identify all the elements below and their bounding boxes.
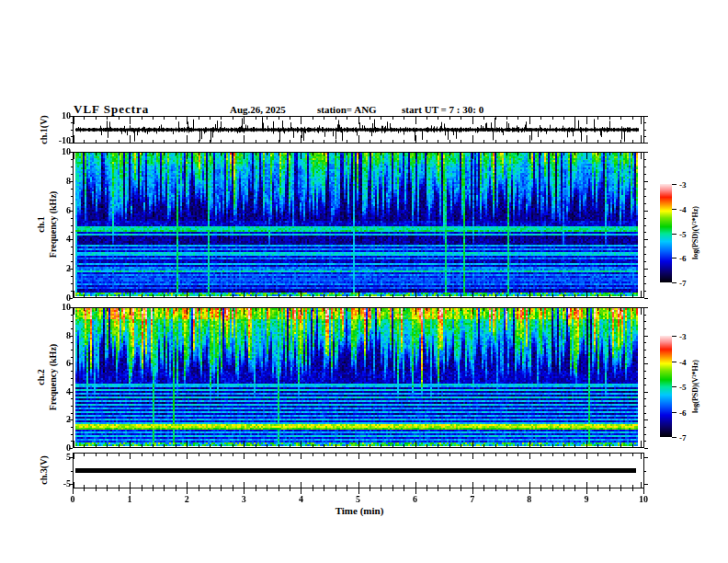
ch1-ytick-10: 10	[62, 111, 71, 121]
y-axis-tick	[644, 159, 646, 160]
y-axis-tick	[644, 441, 646, 442]
colorbar-tick	[672, 386, 677, 387]
y-axis-tick	[644, 181, 648, 182]
y-axis-tick	[644, 189, 646, 190]
y-axis-tick	[71, 378, 73, 379]
y-axis-tick	[644, 143, 648, 144]
x-axis-tick	[347, 488, 347, 491]
y-axis-tick	[644, 427, 646, 428]
y-axis-tick	[644, 378, 646, 379]
x-axis-tick	[313, 488, 313, 491]
y-axis-tick	[71, 218, 73, 219]
x-axis-tick	[256, 488, 256, 491]
y-axis-tick	[644, 363, 648, 364]
x-axis-tick	[597, 488, 598, 491]
ch2-spec-ytick: 2	[66, 415, 71, 424]
x-axis-tick	[381, 488, 381, 491]
x-axis-tick	[540, 488, 541, 491]
x-axis-tick	[336, 488, 336, 491]
y-axis-tick	[644, 342, 646, 343]
y-axis-tick	[71, 189, 73, 190]
ch1-frequency-axis-label: Frequency (kHz)	[48, 191, 58, 258]
y-axis-tick	[71, 328, 73, 329]
ch3-volt-axis-label: ch.3(V)	[39, 455, 49, 484]
y-axis-tick	[644, 196, 646, 197]
y-axis-tick	[644, 406, 646, 407]
y-axis-tick	[644, 307, 648, 308]
colorbar-tick-label: -5	[679, 383, 687, 392]
y-axis-tick	[71, 283, 73, 284]
x-axis-tick	[404, 488, 404, 491]
x-tick-label: 7	[470, 495, 474, 504]
y-axis-tick	[644, 321, 646, 322]
y-axis-tick	[644, 261, 646, 262]
y-axis-tick	[644, 232, 646, 233]
ch1-waveform-canvas	[74, 117, 643, 143]
y-axis-tick	[71, 413, 73, 414]
x-tick-label: 3	[242, 495, 246, 504]
y-axis-tick	[71, 136, 73, 137]
x-axis-tick	[290, 488, 290, 491]
y-axis-tick	[644, 247, 646, 247]
y-axis-tick	[644, 239, 648, 240]
x-tick-label: 1	[128, 495, 132, 504]
x-axis-tick	[164, 488, 165, 491]
y-axis-tick	[71, 122, 73, 123]
x-axis-tick	[279, 488, 279, 491]
y-axis-tick	[71, 203, 73, 204]
y-axis-tick	[644, 174, 646, 175]
x-tick-label: 6	[413, 495, 417, 504]
colorbar-tick	[672, 282, 677, 283]
ch1-ytick-neg10: -10	[59, 136, 71, 145]
x-axis-tick	[84, 488, 85, 491]
x-axis-tick	[609, 488, 610, 491]
colorbar-tick	[672, 412, 677, 413]
x-axis-tick	[518, 488, 518, 491]
y-axis-tick	[71, 167, 73, 167]
y-axis-tick	[644, 336, 648, 337]
x-axis-tick	[199, 488, 199, 491]
x-tick-label: 5	[356, 495, 360, 504]
x-axis-tick	[107, 488, 108, 491]
ch1-spec-ytick: 10	[62, 147, 71, 156]
ch2-spec-ytick: 6	[66, 359, 71, 368]
y-axis-tick	[644, 269, 648, 270]
x-axis-tick	[427, 488, 427, 491]
colorbar-tick-label: -4	[679, 205, 687, 214]
y-axis-tick	[71, 371, 73, 372]
colorbar-tick	[672, 362, 677, 362]
colorbar-tick	[672, 336, 677, 337]
ch2-channel-label: ch.2	[36, 369, 46, 385]
y-axis-tick	[644, 298, 648, 299]
y-axis-tick	[71, 196, 73, 197]
y-axis-tick	[644, 136, 646, 137]
y-axis-tick	[71, 261, 73, 262]
y-axis-tick	[644, 328, 646, 329]
date-text: Aug.26, 2025	[230, 104, 286, 115]
y-axis-tick	[71, 174, 73, 175]
x-axis-tick	[324, 488, 324, 491]
time-axis-label: Time (min)	[336, 505, 384, 516]
x-tick-label: 2	[185, 495, 189, 504]
y-axis-tick	[71, 232, 73, 233]
colorbar-tick-label: -4	[679, 358, 687, 367]
ch3-ytick-5: 5	[66, 453, 71, 462]
colorbar-tick-label: -7	[679, 433, 687, 442]
ch1-channel-label: ch.1	[36, 216, 46, 233]
x-axis-tick	[392, 488, 393, 491]
ch1-spec-ytick: 2	[66, 264, 71, 273]
y-axis-tick	[71, 434, 73, 435]
y-axis-tick	[644, 413, 646, 414]
ch3-waveform-canvas	[74, 454, 643, 488]
colorbar-tick	[672, 209, 677, 210]
page-title: VLF Spectra	[74, 102, 149, 117]
y-axis-tick	[71, 441, 73, 442]
x-tick-label: 8	[527, 495, 531, 504]
y-axis-tick	[71, 225, 73, 226]
x-axis-tick	[267, 488, 267, 491]
y-axis-tick	[71, 406, 73, 407]
x-axis-tick	[552, 488, 553, 491]
x-axis-tick	[632, 488, 633, 491]
y-axis-tick	[644, 276, 646, 277]
y-axis-tick	[644, 291, 646, 292]
